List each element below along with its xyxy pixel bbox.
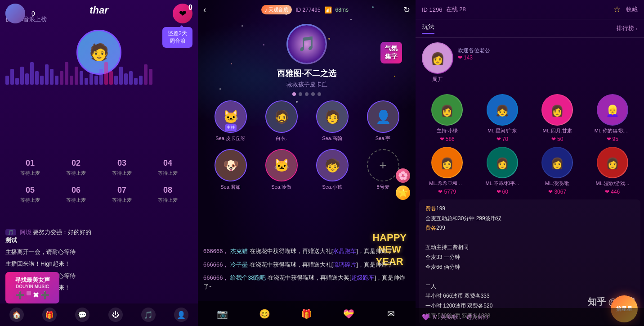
chat-msg-2: 主播回来啦！High起来！: [5, 260, 192, 268]
mic-slot-05[interactable]: 05 等待上麦: [12, 186, 48, 204]
viz-bar: [50, 69, 54, 85]
tooltip-line2: 周音浪: [168, 37, 187, 45]
right-actions: ☆ 收藏: [613, 5, 638, 14]
back-button[interactable]: ‹: [203, 5, 206, 15]
svg-text:🧔: 🧔: [273, 109, 289, 124]
user-card-4[interactable]: 👩 ML.希希♡和平... ❤5779: [422, 147, 473, 195]
viz-bar: [70, 76, 73, 85]
user-card-1[interactable]: 👧 ML.星河/广东 ❤70: [477, 94, 528, 142]
svg-text:👩: 👩: [550, 157, 564, 170]
chat-icon[interactable]: 💬: [75, 308, 89, 322]
participant-name-3: Sea.宇: [376, 135, 391, 142]
participant-4[interactable]: 🐶 Sea.君如: [210, 149, 251, 190]
user-card-2[interactable]: 👩 ML.四月.甘肃 ❤50: [532, 94, 583, 142]
viz-bar: [20, 67, 24, 85]
mic-row-1: 01 等待上麦 02 等待上麦 03 等待上麦 04 等待上麦: [7, 158, 191, 177]
add-participant-button[interactable]: +: [367, 149, 399, 181]
bottom-icons-bar: 🏠 🎁 💬 ⏻ 🎵 👤: [0, 303, 198, 326]
svg-text:👱‍♀️: 👱‍♀️: [606, 104, 619, 117]
chat-msg-1: 主播离开一会，请耐心等待: [5, 248, 192, 256]
user-card-7[interactable]: 👩 ML.湿软/游戏... ❤446: [587, 147, 638, 195]
mic-slot-01[interactable]: 01 等待上麦: [12, 158, 48, 177]
participant-6[interactable]: 🧒 Sea.小孩: [312, 149, 353, 190]
viz-bar: [139, 76, 143, 85]
person-icon[interactable]: 👤: [174, 308, 188, 322]
banner-title: 寻找最美女声: [15, 276, 50, 284]
music-icon[interactable]: 🎵: [141, 308, 156, 322]
participant-3[interactable]: 👤 Sea.宇: [363, 100, 403, 142]
user-name-5: ML.不乖/和平...: [485, 180, 519, 187]
gift-bottom-icon[interactable]: 🎁: [299, 306, 315, 322]
user-name-4: ML.希希♡和平...: [429, 180, 465, 187]
right-bottom-strip: 💜 M. 美美/歌... 进入房间: [416, 308, 644, 326]
share-button[interactable]: ↻: [403, 5, 410, 15]
right-room-id: ID 1296: [422, 6, 443, 13]
svg-text:🧑: 🧑: [324, 109, 340, 124]
mic-slot-07[interactable]: 07 等待上麦: [104, 186, 140, 204]
viz-bar: [60, 71, 63, 85]
middle-bottom-bar: 📷 😊 🎁 💝 ✉: [198, 301, 416, 326]
participant-name-6: Sea.小孩: [322, 184, 342, 190]
music-note-icon: ♪: [265, 7, 268, 13]
rule-6: 全麦66 俩分钟: [425, 263, 634, 272]
user-hearts-0: ❤586: [440, 136, 455, 142]
right-panel: ID 1296 在线 28 ☆ 收藏 玩法 排行榜 › 👩 周开: [416, 0, 644, 326]
mic-slot-03[interactable]: 03 等待上麦: [104, 158, 140, 177]
home-icon[interactable]: 🏠: [9, 308, 24, 322]
viz-bar: [25, 73, 29, 85]
rule-0: 费各费各199199: [425, 204, 634, 214]
right-users-section: 👩 周开 欢迎各位老公 ❤ 143 👩 主持·小绿: [416, 38, 644, 199]
envelope-icon[interactable]: ✉: [383, 306, 399, 322]
rule-4: 互动主持三费相同: [425, 243, 634, 253]
user-name-2: ML.四月.甘肃: [543, 127, 572, 134]
host-welcome: 👩 周开: [422, 42, 453, 83]
camera-icon[interactable]: 📷: [215, 306, 231, 322]
user-name-0: 主持·小绿: [437, 127, 458, 134]
mic-grid: 01 等待上麦 02 等待上麦 03 等待上麦 04 等待上麦 05 等待上麦: [0, 151, 198, 220]
user-hearts-5: ❤60: [496, 189, 508, 195]
user-card-5[interactable]: 👩 ML.不乖/和平... ❤60: [477, 147, 528, 195]
power-icon[interactable]: ⏻: [108, 308, 123, 322]
ranking-button[interactable]: 排行榜 ›: [617, 23, 638, 34]
user-card-0[interactable]: 👩 主持·小绿 ❤586: [422, 94, 473, 142]
dot-3: [305, 92, 309, 96]
gift-icon[interactable]: 🎁: [42, 308, 57, 322]
viz-bar: [45, 64, 49, 85]
right-header: ID 1296 在线 28 ☆ 收藏: [416, 0, 644, 19]
mic-slot-06[interactable]: 06 等待上麦: [58, 186, 94, 204]
svg-text:👩: 👩: [606, 157, 619, 170]
participant-0[interactable]: 🐱 主持 Sea.皮卡丘呀: [210, 100, 251, 142]
mic-slot-08[interactable]: 08 等待上麦: [150, 186, 186, 204]
participant-5[interactable]: 🐱 Sea.冷做: [261, 149, 302, 190]
users-grid: 👩 主持·小绿 ❤586 👧 ML.星河/广东 ❤70 👩: [422, 94, 638, 195]
svg-text:🐱: 🐱: [273, 158, 289, 173]
user-card-6[interactable]: 👩 ML.浪浪/歌 ❤3067: [532, 147, 583, 195]
rule-1: 全麦互动总和30分钟 299波币双: [425, 214, 634, 224]
viz-bar: [10, 69, 14, 85]
mic-slot-02[interactable]: 02 等待上麦: [58, 158, 94, 177]
welcome-msg: 欢迎各位老公: [458, 47, 490, 54]
star-icon: ☆: [613, 5, 621, 14]
smiley-icon[interactable]: 😊: [256, 306, 273, 322]
participant-1[interactable]: 🧔 白衣.: [261, 100, 302, 142]
mic-row-2: 05 等待上麦 06 等待上麦 07 等待上麦 08 等待上麦: [7, 186, 191, 204]
mic-slot-04[interactable]: 04 等待上麦: [150, 158, 186, 177]
viz-bar: [30, 62, 34, 85]
avatar[interactable]: [5, 4, 25, 23]
strip-heart-icon: 💜: [422, 313, 429, 321]
tab-gameplay[interactable]: 玩法: [422, 23, 434, 34]
rule-8: 二人: [425, 282, 634, 292]
participant-2[interactable]: 🧑 Sea.高翰: [312, 100, 353, 142]
collect-label[interactable]: 收藏: [626, 5, 638, 14]
middle-dots: [292, 92, 321, 96]
heart-bottom-icon[interactable]: 💝: [341, 306, 357, 322]
gift-animations: 🌸 ⭐: [396, 168, 410, 200]
app-title: thar: [89, 5, 108, 16]
user-card-3[interactable]: 👱‍♀️ ML.你的幽/歌p... ❤95: [587, 94, 638, 142]
strip-room-label[interactable]: 进入房间: [466, 313, 488, 321]
viz-bar: [104, 62, 108, 85]
banner-image[interactable]: 寻找最美女声 DOUYIN MUSIC ➕ ✖ ➕: [5, 272, 59, 303]
participant-name-0: Sea.皮卡丘呀: [215, 135, 246, 142]
rule-5: 全麦33 一分钟: [425, 253, 634, 263]
viz-bar: [55, 76, 58, 85]
